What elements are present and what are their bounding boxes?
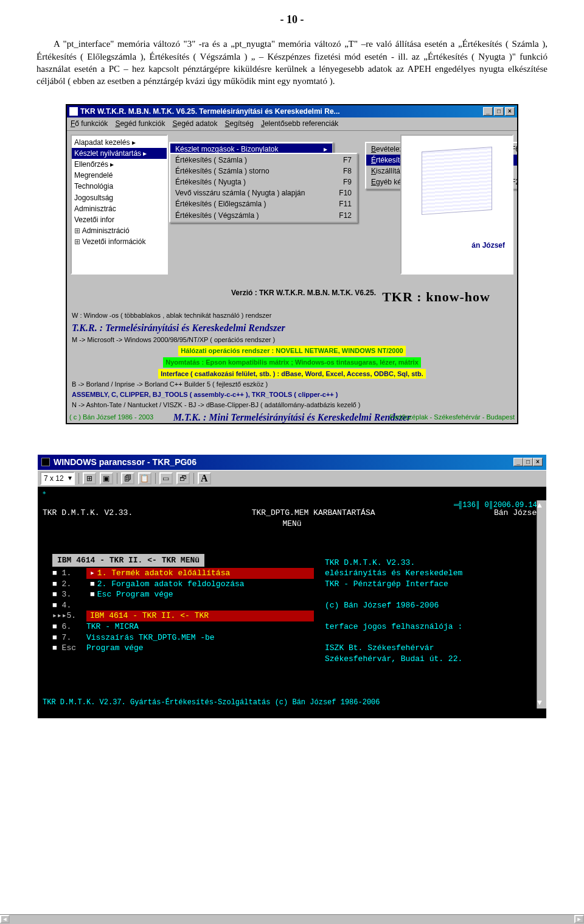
dos-window: WINDOWS parancssor - TKR_PG06 _ □ × 7 x … (38, 455, 546, 718)
screen-title: TKR_DPTG.MEM KARBANTARTÁSA (252, 508, 375, 519)
tree-item[interactable]: Technológia (72, 181, 167, 192)
dos-close-button[interactable]: × (533, 458, 543, 466)
dos-toolbar: 7 x 12 ⊞ ▣ 🗐 📋 ▭ 🗗 A (38, 470, 546, 487)
dos-menu-item[interactable]: ■ 1.▸1. Termék adatok előállítása (52, 568, 314, 579)
info-line: (c) Bán József 1986-2006 (325, 600, 532, 611)
info-line: TKR D.M.T.K. V2.33. (325, 558, 532, 569)
minimize-button[interactable]: _ (483, 107, 493, 116)
menu-item[interactable]: Értékesítés ( Nyugta )F9 (170, 177, 356, 187)
dos-menu-item[interactable]: ■ 3.■Esc Program vége (52, 589, 314, 600)
illustrative-image (400, 135, 513, 275)
tb-fullscreen-icon[interactable]: ▭ (159, 472, 173, 485)
info-network: Hálózati operációs rendszer : NOVELL NET… (178, 346, 405, 356)
info-block: W : Window -os ( többablakos , ablak tec… (67, 307, 517, 423)
dos-titlebar: WINDOWS parancssor - TKR_PG06 _ □ × (38, 455, 546, 470)
menu-item[interactable]: Segéd funkciók (115, 119, 165, 128)
cmd-icon (41, 458, 50, 466)
font-size-combo[interactable]: 7 x 12 (40, 472, 75, 485)
gem-icon: ◈ (43, 489, 46, 497)
dos-menu-item[interactable]: ■ 2.■2. Forgalom adatok feldolgozása (52, 579, 314, 590)
menu-item[interactable]: Értékesítés ( Számla )F7 (170, 155, 356, 166)
dos-left-menu[interactable]: IBM 4614 - TKR II. <- TKR MENü ■ 1.▸1. T… (52, 554, 314, 654)
menu-item[interactable]: Fő funkciók (71, 119, 108, 128)
app-icon (69, 107, 78, 116)
tree-item[interactable]: Vezetői információk (72, 236, 167, 247)
info-m: M -> Microsoft -> Windows 2000/98/95/NT/… (72, 335, 512, 345)
dos-footer: TKR D.M.T.K. V2.37. Gyártás-Értékesítés-… (43, 698, 541, 707)
tree-item[interactable]: Alapadat kezelés ▸ (72, 137, 167, 148)
info-line (325, 611, 532, 621)
info-line (325, 589, 532, 600)
copyright: ( c ) Bán József 1986 - 2003 (69, 413, 153, 422)
info-line: TKR - Pénztárgép Interface (325, 579, 532, 590)
info-w: W : Window -os ( többablakos , ablak tec… (72, 311, 512, 320)
tb-font-icon[interactable]: A (198, 472, 211, 485)
version-line: Verzió : TKR W.T.K.R. M.B.N. M.T.K. V6.2… (231, 288, 376, 298)
info-line: elésirányítás és Kereskedelem (325, 568, 532, 579)
dos-minimize-button[interactable]: _ (513, 458, 523, 466)
tree-item[interactable]: Jogosultság (72, 192, 167, 203)
dos-title: WINDOWS parancssor - TKR_PG06 (54, 457, 513, 468)
menu-item[interactable]: Segítség (225, 119, 254, 128)
info-line: terface jogos felhasználója : (325, 621, 532, 632)
dos-menu-item[interactable]: ■ 6.TKR - MICRA (52, 621, 314, 632)
tree-item[interactable]: Adminisztráció (72, 225, 167, 236)
titlebar: TKR W.T.K.R. M.B.N. M.T.K. V6.25. Termel… (67, 105, 517, 117)
body-paragraph: A "pt_interface" memória változó "3" -ra… (36, 38, 548, 87)
function-tree[interactable]: Alapadat kezelés ▸Készlet nyilvántartás … (71, 135, 168, 275)
tkr-heading: TKR : know-how (382, 288, 490, 306)
window-title: TKR W.T.K.R. M.B.N. M.T.K. V6.25. Termel… (80, 107, 483, 116)
tb-btn-2[interactable]: ▣ (100, 472, 113, 485)
info-tkr-title: T.K.R. : Termelésirányítási és Kereskede… (72, 321, 512, 335)
tree-item[interactable]: Vezetői infor (72, 214, 167, 225)
submenu-2[interactable]: Értékesítés ( Számla )F7Értékesítés ( Sz… (169, 153, 358, 223)
scroll-down-icon[interactable]: ▼ (537, 698, 546, 709)
close-button[interactable]: × (505, 107, 515, 116)
menu-item[interactable]: Értékesítés ( Végszámla )F12 (170, 210, 356, 221)
tb-paste-icon[interactable]: 📋 (138, 472, 151, 485)
dos-maximize-button[interactable]: □ (523, 458, 533, 466)
dos-info-panel: TKR D.M.T.K. V2.33.elésirányítás és Kere… (325, 558, 532, 664)
info-n: N -> Ashton-Tate / Nantucket / VISZK - B… (72, 401, 512, 410)
tree-item[interactable]: Ellenőrzés ▸ (72, 159, 167, 170)
page-number: - 10 - (36, 12, 548, 27)
author-fragment: án József (471, 240, 505, 250)
info-line (325, 632, 532, 643)
dos-submenu-title: IBM 4614 - TKR II. <- TKR MENü (52, 554, 204, 567)
tb-props-icon[interactable]: 🗗 (176, 472, 190, 485)
menu-item[interactable]: Segéd adatok (172, 119, 217, 128)
info-printing: Nyomtatás : Epson kompatibilis mátrix ; … (163, 357, 421, 368)
info-tools: ASSEMBLY, C, CLIPPER, BJ_TOOLS ( assembl… (72, 390, 512, 399)
app-window: TKR W.T.K.R. M.B.N. M.T.K. V6.25. Termel… (66, 104, 518, 424)
menubar: Fő funkciókSegéd funkciókSegéd adatokSeg… (67, 117, 517, 130)
info-borland: B -> Borland / Inprise -> Borland C++ Bu… (72, 380, 512, 389)
tree-item[interactable]: Megrendelé (72, 170, 167, 181)
info-line: Székesfehérvár, Budai út. 22. (325, 654, 532, 665)
locations: Fertőszéplak - Székesfehérvár - Budapest (390, 413, 515, 422)
dos-menu-item[interactable]: ▸▸▸5.IBM 4614 - TKR II. <- TKR (52, 611, 314, 621)
dos-screen: ◈ ═╣136║ 0║2006.09.14╠ TKR D.M.T.K. V2.3… (38, 487, 546, 718)
tree-item[interactable]: Készlet nyilvántartás ▸ (72, 148, 167, 159)
tb-copy-icon[interactable]: 🗐 (121, 472, 134, 485)
info-line: ISZK Bt. Székesfehérvár (325, 643, 532, 654)
menu-item[interactable]: Vevő visszáru számla ( Nyugta ) alapjánF… (170, 187, 356, 198)
tb-btn-1[interactable]: ⊞ (83, 472, 96, 485)
scroll-up-icon[interactable]: ▲ (537, 500, 546, 511)
menu-item[interactable]: Jelentősebb referenciák (261, 119, 338, 128)
dos-menu-item[interactable]: ■ 7.Visszaírás TKR_DPTG.MEM -be (52, 632, 314, 643)
prog-ver: TKR D.M.T.K. V2.33. (43, 508, 133, 519)
info-interface: Interface ( csatlakozási felület, stb. )… (158, 369, 426, 379)
vertical-scrollbar[interactable]: ▲ ▼ (537, 500, 546, 709)
author-name: Bán József (494, 508, 541, 519)
document-graphic (422, 147, 492, 215)
menu-item[interactable]: Értékesítés ( Előlegszámla )F11 (170, 198, 356, 209)
dos-menu-item[interactable]: ■ EscProgram vége (52, 643, 314, 654)
tree-item[interactable]: Adminisztrác (72, 203, 167, 214)
dos-menu-item[interactable]: ■ 4. (52, 600, 314, 611)
menu-label: MENü (38, 519, 546, 530)
maximize-button[interactable]: □ (494, 107, 504, 116)
menu-item[interactable]: Értékesítés ( Számla ) stornoF8 (170, 166, 356, 177)
